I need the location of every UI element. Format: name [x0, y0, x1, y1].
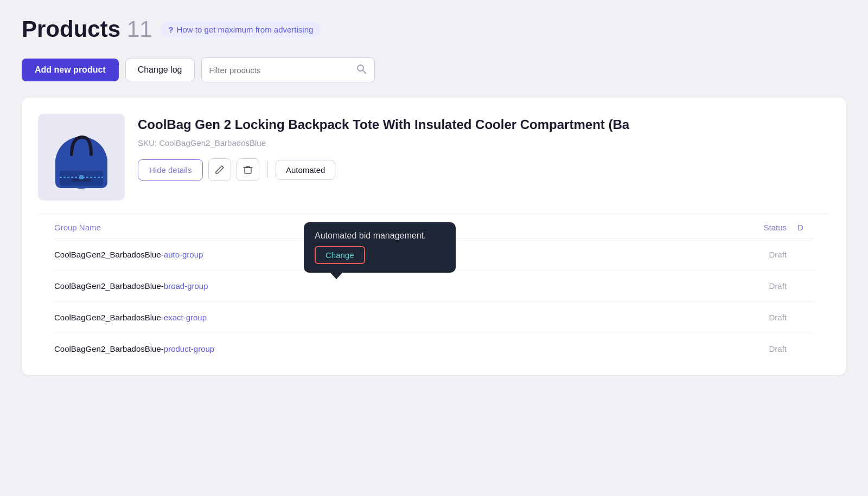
help-link[interactable]: ? How to get maximum from advertising [161, 22, 321, 37]
page-header: Products 11 ? How to get maximum from ad… [22, 16, 846, 42]
svg-line-1 [363, 70, 366, 73]
row-status: Draft [732, 313, 797, 322]
svg-rect-8 [245, 168, 251, 173]
tooltip-text: Automated bid management. [315, 231, 445, 241]
col-header-d: D [797, 223, 814, 232]
product-name: CoolBag Gen 2 Locking Backpack Tote With… [138, 116, 830, 133]
divider [267, 162, 268, 178]
page-title: Products 11 [22, 16, 152, 42]
tooltip-wrapper: Automated bid management. Change [304, 222, 456, 273]
row-status: Draft [732, 250, 797, 259]
tooltip-arrow [330, 272, 343, 279]
automated-badge-button[interactable]: Automated [276, 160, 336, 180]
edit-button[interactable] [208, 158, 231, 181]
search-input[interactable] [209, 66, 356, 75]
svg-rect-7 [72, 179, 91, 182]
svg-point-0 [358, 65, 363, 71]
row-group-name: CoolBagGen2_BarbadosBlue-product-group [54, 344, 732, 353]
product-card: CoolBag Gen 2 Locking Backpack Tote With… [22, 98, 846, 375]
help-icon: ? [168, 25, 173, 34]
table-row: CoolBagGen2_BarbadosBlue-exact-group Dra… [54, 302, 814, 333]
row-status: Draft [732, 344, 797, 353]
delete-button[interactable] [237, 158, 259, 181]
row-group-name: CoolBagGen2_BarbadosBlue-exact-group [54, 313, 732, 322]
changelog-button[interactable]: Change log [125, 59, 195, 81]
product-info: CoolBag Gen 2 Locking Backpack Tote With… [138, 114, 830, 181]
svg-rect-6 [79, 175, 84, 179]
table-row: CoolBagGen2_BarbadosBlue-product-group D… [54, 333, 814, 364]
row-status: Draft [732, 281, 797, 291]
row-group-name: CoolBagGen2_BarbadosBlue-broad-group [54, 281, 732, 291]
add-new-product-button[interactable]: Add new product [22, 59, 119, 81]
col-header-status: Status [732, 223, 797, 232]
table-row: CoolBagGen2_BarbadosBlue-broad-group Dra… [54, 270, 814, 302]
product-top: CoolBag Gen 2 Locking Backpack Tote With… [38, 114, 830, 214]
search-icon [356, 63, 367, 77]
product-sku: SKU: CoolBagGen2_BarbadosBlue [138, 138, 830, 147]
product-actions: Hide details Automated [138, 158, 830, 181]
tooltip-change-button[interactable]: Change [315, 246, 365, 264]
tooltip-box: Automated bid management. Change [304, 222, 456, 273]
search-wrapper [201, 57, 375, 82]
product-image [38, 114, 125, 201]
toolbar: Add new product Change log [22, 57, 846, 82]
hide-details-button[interactable]: Hide details [138, 159, 203, 181]
